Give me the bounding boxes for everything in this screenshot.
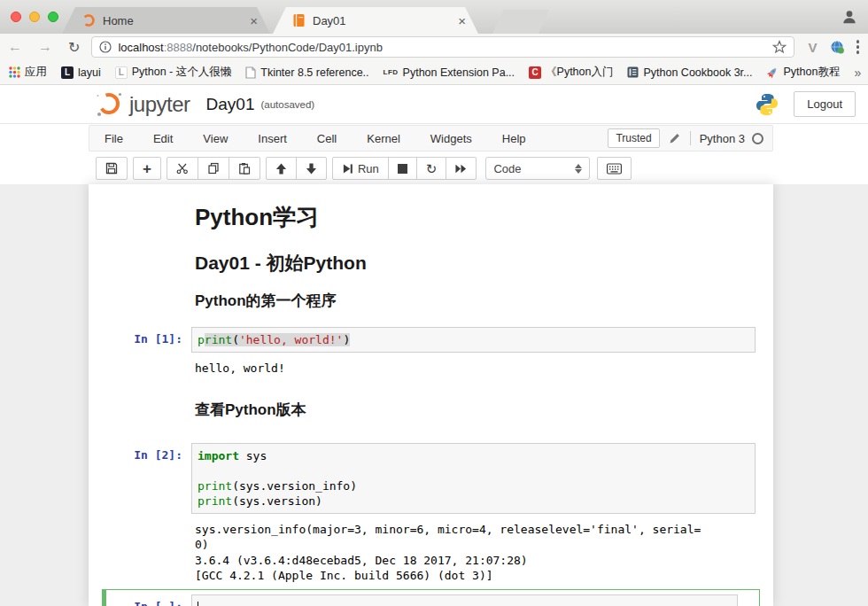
tab-home[interactable]: Home ×	[62, 7, 270, 34]
paste-cell-button[interactable]	[229, 158, 260, 179]
jupyter-wordmark[interactable]: jupyter	[129, 92, 190, 117]
menu-help[interactable]: Help	[487, 132, 541, 145]
cell-1-output: hello, world!	[191, 361, 756, 377]
restart-icon: ↻	[426, 162, 438, 175]
run-cell-button[interactable]: Run	[333, 158, 388, 179]
fast-forward-icon	[455, 163, 467, 175]
bookmark-layui[interactable]: L layui	[61, 66, 101, 79]
save-button[interactable]	[97, 158, 127, 179]
bookmark-python-extension[interactable]: LFD Python Extension Pa...	[384, 66, 515, 79]
document-icon	[245, 66, 256, 79]
page-info-icon[interactable]	[99, 41, 112, 53]
menu-view[interactable]: View	[188, 132, 243, 145]
bookmark-star-icon[interactable]	[772, 40, 787, 54]
notebook-menubar: File Edit View Insert Cell Kernel Widget…	[89, 125, 773, 152]
menu-kernel[interactable]: Kernel	[352, 132, 415, 145]
new-tab-button[interactable]	[492, 10, 549, 34]
bookmark-python-tutorial[interactable]: Python教程	[766, 65, 840, 80]
book-lines-favicon	[627, 66, 639, 78]
menu-widgets[interactable]: Widgets	[415, 132, 487, 145]
move-cell-up-button[interactable]	[267, 158, 296, 179]
lfd-favicon: LFD	[384, 68, 399, 76]
profile-icon[interactable]	[841, 9, 857, 25]
layui-favicon: L	[61, 66, 74, 79]
menu-file[interactable]: File	[89, 132, 138, 145]
input-prompt: In [2]:	[89, 443, 191, 514]
notebook-container: Python学习 Day01 - 初始Python Python的第一个程序 I…	[89, 184, 773, 606]
bookmark-python-cookbook[interactable]: Python Cookbook 3r...	[627, 66, 752, 79]
menu-edit[interactable]: Edit	[138, 132, 188, 145]
trusted-button[interactable]: Trusted	[608, 128, 659, 148]
copy-icon	[207, 162, 220, 175]
keyboard-icon	[607, 163, 622, 175]
move-cell-down-button[interactable]	[296, 158, 326, 179]
reload-icon[interactable]: ↻	[60, 39, 88, 56]
address-bar-row: ← → ↻ localhost:8888/notebooks/PythonCod…	[0, 34, 868, 60]
markdown-heading-3-first-program[interactable]: Python的第一个程序	[195, 292, 773, 310]
insert-cell-below-button[interactable]: +	[134, 158, 160, 179]
arrow-down-icon	[306, 163, 317, 175]
back-icon[interactable]: ←	[0, 39, 30, 55]
logout-button[interactable]: Logout	[794, 91, 856, 117]
browser-window: Home × Day01 × ← → ↻	[0, 0, 868, 606]
extension-globe-icon[interactable]	[824, 40, 851, 55]
bookmarks-overflow-chevron[interactable]: »	[854, 66, 864, 80]
restart-kernel-button[interactable]: ↻	[416, 158, 446, 179]
text-cursor	[198, 602, 198, 606]
scissors-icon	[176, 162, 189, 175]
url-path: /notebooks/PythonCode/Day01.ipynb	[192, 41, 383, 54]
code-cell-3-selected[interactable]: In [ ]:	[102, 589, 760, 606]
restart-run-all-button[interactable]	[446, 158, 476, 179]
menu-insert[interactable]: Insert	[243, 132, 302, 145]
kernel-name: Python 3	[700, 132, 745, 145]
step-forward-icon	[342, 163, 353, 175]
forward-icon[interactable]: →	[30, 39, 60, 55]
code-input[interactable]: print('hello, world!')	[191, 327, 756, 353]
address-bar[interactable]: localhost:8888/notebooks/PythonCode/Day0…	[91, 36, 794, 58]
edit-title-pencil-icon[interactable]	[669, 132, 681, 144]
c-favicon: C	[529, 66, 541, 79]
markdown-heading-3-version[interactable]: 查看Python版本	[195, 401, 773, 419]
interrupt-kernel-button[interactable]	[388, 158, 416, 179]
chrome-menu-icon[interactable]	[851, 40, 868, 54]
notebook-area: Python学习 Day01 - 初始Python Python的第一个程序 I…	[0, 184, 868, 606]
minimize-window-button[interactable]	[29, 12, 40, 22]
markdown-heading-1[interactable]: Python学习	[195, 204, 773, 230]
paste-icon	[238, 162, 251, 175]
bookmark-apps[interactable]: 应用	[9, 65, 47, 80]
command-palette-button[interactable]	[598, 158, 631, 179]
notebook-toolbar: +	[0, 152, 868, 184]
code-input-empty[interactable]	[191, 594, 738, 606]
apps-grid-icon	[9, 66, 20, 78]
extension-v-icon[interactable]: V	[802, 40, 823, 55]
url-port: :8888	[164, 41, 193, 54]
jupyter-favicon	[81, 13, 96, 27]
input-prompt: In [1]:	[89, 327, 191, 353]
cell-type-select[interactable]: Code	[485, 157, 590, 180]
tab-strip: Home × Day01 ×	[0, 0, 868, 34]
rocket-icon	[766, 66, 779, 79]
notebook-favicon	[292, 13, 306, 27]
tab-close-icon[interactable]: ×	[246, 13, 261, 28]
bookmark-tkinter[interactable]: Tkinter 8.5 reference..	[245, 66, 368, 79]
notebook-title[interactable]: Day01	[206, 95, 255, 114]
stop-icon	[398, 164, 407, 174]
cut-cell-button[interactable]	[167, 158, 198, 179]
code-input[interactable]: import sys print(sys.version_info) print…	[191, 443, 756, 514]
zoom-window-button[interactable]	[48, 12, 58, 22]
input-prompt: In [ ]:	[106, 594, 191, 606]
jupyter-logo-icon[interactable]	[94, 89, 124, 120]
url-host: localhost	[118, 41, 163, 54]
tab-day01[interactable]: Day01 ×	[273, 7, 478, 34]
copy-cell-button[interactable]	[198, 158, 229, 179]
bookmark-python-intro[interactable]: C 《Python入门	[529, 65, 613, 80]
python-logo-icon	[755, 92, 779, 117]
tab-close-icon[interactable]: ×	[454, 13, 469, 28]
markdown-heading-2[interactable]: Day01 - 初始Python	[195, 252, 773, 275]
bookmark-python-lazy[interactable]: L Python - 这个人很懒	[115, 65, 232, 80]
close-window-button[interactable]	[11, 12, 21, 22]
cell-2-output: sys.version_info(major=3, minor=6, micro…	[191, 522, 756, 584]
code-cell-2[interactable]: In [2]: import sys print(sys.version_inf…	[89, 443, 773, 514]
menu-cell[interactable]: Cell	[302, 132, 352, 145]
code-cell-1[interactable]: In [1]: print('hello, world!')	[89, 327, 773, 353]
